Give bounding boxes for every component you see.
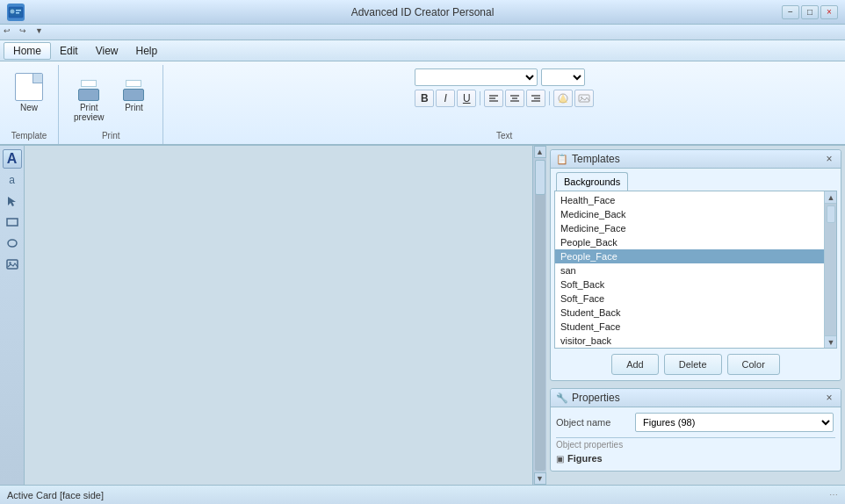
properties-panel-titlebar: 🔧 Properties × xyxy=(551,389,841,407)
template-item[interactable]: visitor_back xyxy=(555,334,836,348)
object-properties-divider: Object properties xyxy=(556,437,835,451)
image-insert-button[interactable] xyxy=(574,90,594,107)
templates-panel-titlebar: 📋 Templates × xyxy=(551,150,841,169)
underline-button[interactable]: U xyxy=(457,90,476,107)
list-scroll-thumb[interactable] xyxy=(827,205,835,223)
tool-rectangle[interactable] xyxy=(3,212,22,232)
templates-panel-title: 📋 Templates xyxy=(556,153,620,165)
svg-point-1 xyxy=(11,9,15,13)
list-scroll-track[interactable] xyxy=(825,204,836,335)
align-center-button[interactable] xyxy=(505,90,524,107)
templates-panel: 📋 Templates × Backgrounds Health_FaceMed… xyxy=(550,149,841,381)
ribbon-print-content: Print preview Print xyxy=(68,65,154,131)
maximize-button[interactable]: □ xyxy=(801,5,819,19)
print-group-label: Print xyxy=(102,131,120,144)
text-group-label: Text xyxy=(496,131,512,144)
tool-text-large[interactable]: A xyxy=(3,149,22,169)
scroll-up-arrow[interactable]: ▲ xyxy=(534,146,546,158)
svg-rect-16 xyxy=(7,219,18,226)
properties-title-label: Properties xyxy=(572,392,620,404)
template-item[interactable]: Medicine_Back xyxy=(555,207,836,221)
add-button[interactable]: Add xyxy=(611,354,659,375)
panels-container: 📋 Templates × Backgrounds Health_FaceMed… xyxy=(546,146,845,485)
scroll-track[interactable] xyxy=(535,160,545,471)
properties-close-button[interactable]: × xyxy=(823,392,835,404)
tool-image[interactable] xyxy=(3,255,22,274)
font-row xyxy=(415,68,594,86)
template-item[interactable]: People_Back xyxy=(555,235,836,249)
template-item[interactable]: san xyxy=(555,263,836,277)
new-button-label: New xyxy=(20,103,38,112)
object-name-select[interactable]: Figures (98) xyxy=(635,413,834,432)
statusbar-grip: ⋯ xyxy=(829,490,838,500)
menu-view[interactable]: View xyxy=(87,43,127,59)
print-preview-icon xyxy=(75,73,103,101)
scroll-down-arrow[interactable]: ▼ xyxy=(534,472,546,485)
print-preview-button[interactable]: Print preview xyxy=(68,68,110,126)
tool-select[interactable] xyxy=(3,191,22,211)
print-button[interactable]: Print xyxy=(113,68,154,117)
properties-icon: 🔧 xyxy=(556,392,568,404)
ribbon-text-area: B I U xyxy=(408,65,601,131)
delete-button[interactable]: Delete xyxy=(664,354,722,375)
statusbar-text: Active Card [face side] xyxy=(7,490,104,500)
template-item[interactable]: Medicine_Face xyxy=(555,221,836,235)
close-button[interactable]: × xyxy=(820,5,838,19)
color-picker-button[interactable] xyxy=(553,90,573,107)
undo-button[interactable]: ↩ xyxy=(4,26,18,39)
italic-button[interactable]: I xyxy=(436,90,455,107)
figures-collapse-icon[interactable]: ▣ xyxy=(556,454,564,464)
properties-panel: 🔧 Properties × Object name Figures (98) … xyxy=(550,388,841,472)
quick-access-dropdown[interactable]: ▼ xyxy=(35,26,49,39)
template-item[interactable]: People_Face xyxy=(555,249,836,263)
canvas-area: ▲ ▼ xyxy=(25,146,546,485)
new-doc-icon xyxy=(15,73,43,101)
statusbar: Active Card [face side] ⋯ xyxy=(0,485,845,504)
print-preview-label: Print preview xyxy=(74,103,104,122)
object-name-label: Object name xyxy=(556,417,635,428)
templates-list-scrollbar[interactable]: ▲ ▼ xyxy=(824,191,836,348)
ribbon-group-text: B I U xyxy=(163,65,845,144)
size-dropdown[interactable] xyxy=(541,68,585,86)
list-scroll-down[interactable]: ▼ xyxy=(825,335,837,348)
properties-panel-title: 🔧 Properties xyxy=(556,392,620,404)
templates-close-button[interactable]: × xyxy=(823,153,835,165)
templates-title-label: Templates xyxy=(572,153,620,165)
canvas-scrollbar[interactable]: ▲ ▼ xyxy=(532,146,546,485)
object-name-row: Object name Figures (98) xyxy=(556,413,835,432)
ribbon-group-print: Print preview Print Print xyxy=(59,65,163,144)
window-controls: − □ × xyxy=(782,5,838,19)
figures-section-label: Figures xyxy=(567,453,603,464)
tool-text-small[interactable]: a xyxy=(3,170,22,190)
app-icon xyxy=(7,4,25,21)
minimize-button[interactable]: − xyxy=(782,5,799,19)
font-dropdown[interactable] xyxy=(415,68,538,86)
figures-section: ▣ Figures xyxy=(556,451,835,465)
print-label: Print xyxy=(125,103,143,112)
redo-button[interactable]: ↪ xyxy=(19,26,33,39)
menu-home[interactable]: Home xyxy=(4,42,51,60)
bold-button[interactable]: B xyxy=(415,90,434,107)
template-item[interactable]: Student_Back xyxy=(555,306,836,320)
align-right-button[interactable] xyxy=(526,90,545,107)
template-item[interactable]: Soft_Face xyxy=(555,292,836,306)
template-item[interactable]: Health_Face xyxy=(555,193,836,207)
menu-help[interactable]: Help xyxy=(127,43,167,59)
align-left-button[interactable] xyxy=(484,90,503,107)
scroll-thumb[interactable] xyxy=(535,160,545,195)
template-item[interactable]: Student_Face xyxy=(555,320,836,334)
color-button[interactable]: Color xyxy=(727,354,780,375)
template-item[interactable]: Soft_Back xyxy=(555,277,836,292)
ribbon-group-template: New Template xyxy=(0,65,59,144)
backgrounds-tab[interactable]: Backgrounds xyxy=(556,172,628,191)
menu-edit[interactable]: Edit xyxy=(51,43,87,59)
properties-content: Object name Figures (98) Object properti… xyxy=(551,407,841,471)
svg-point-17 xyxy=(8,240,17,247)
tool-ellipse[interactable] xyxy=(3,234,22,253)
ribbon-template-content: New xyxy=(9,65,49,131)
list-scroll-up[interactable]: ▲ xyxy=(825,191,837,204)
templates-list-container: Health_FaceMedicine_BackMedicine_FacePeo… xyxy=(554,191,837,349)
format-separator-2 xyxy=(549,91,550,105)
templates-icon: 📋 xyxy=(556,154,568,165)
new-template-button[interactable]: New xyxy=(9,68,49,117)
